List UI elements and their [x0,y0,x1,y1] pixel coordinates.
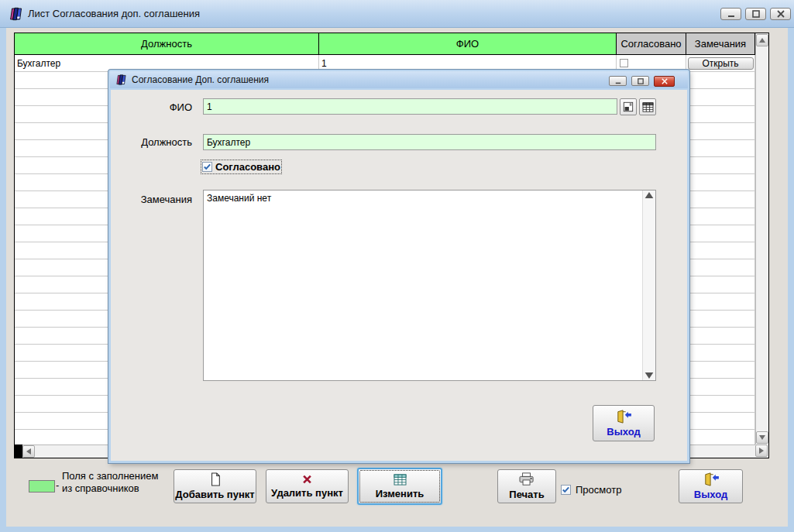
agreed-row-checkbox[interactable] [620,59,628,67]
delete-item-button[interactable]: Удалить пункт [266,469,349,503]
check-icon [562,486,570,494]
books-app-icon [8,6,23,22]
main-exit-button[interactable]: Выход [679,469,743,503]
main-window-controls [720,8,791,20]
open-remarks-button[interactable]: Открыть [688,57,754,70]
close-icon[interactable] [654,76,675,87]
maximize-icon[interactable] [745,8,766,20]
check-icon [203,163,211,171]
scroll-up-icon[interactable] [756,34,768,46]
agreed-label: Согласовано [215,161,280,173]
green-field-swatch [29,480,55,493]
main-window-title: Лист Согласования доп. соглашения [28,8,200,19]
exit-door-icon [703,472,720,486]
scroll-left-icon[interactable] [22,445,35,458]
agreed-checkbox-group[interactable]: Согласовано [202,161,280,173]
legend-dash: - [56,479,59,491]
scroll-down-icon[interactable] [644,372,654,379]
column-header-fio[interactable]: ФИО [319,33,617,55]
dialog-client-area: ФИО Должность Согласовано Замечания Заме… [111,90,687,461]
delete-item-label: Удалить пункт [271,487,343,499]
dialog-title: Согласование Доп. соглашения [132,74,269,85]
scroll-up-icon[interactable] [644,192,654,198]
card-file-icon [623,101,634,112]
remarks-text: Замечаний нет [207,193,640,204]
position-field[interactable] [203,134,656,150]
edit-button[interactable]: Изменить [357,468,442,505]
minimize-icon[interactable] [609,76,627,86]
maximize-icon[interactable] [631,76,649,86]
scroll-down-icon[interactable] [756,431,768,444]
preview-label: Просмотр [576,484,621,496]
print-button[interactable]: Печать [497,469,556,503]
main-exit-label: Выход [694,489,727,500]
dialog-exit-label: Выход [607,426,640,438]
printer-icon [518,472,535,486]
print-label: Печать [509,489,544,500]
scroll-right-icon[interactable] [755,444,768,457]
dialog-titlebar: Согласование Доп. соглашения [110,71,688,88]
dialog-window-controls [609,76,675,87]
vertical-scrollbar[interactable] [755,33,768,444]
blank-page-icon [209,472,222,486]
agreed-checkbox[interactable] [202,162,212,172]
close-icon[interactable] [770,8,791,20]
table-header-row: Должность ФИО Согласовано Замечания [15,33,755,55]
agreement-dialog: Согласование Доп. соглашения ФИО Должнос… [108,70,689,463]
application-window: Лист Согласования доп. соглашения Должно… [0,0,794,532]
scroll-split-box [15,444,22,458]
main-titlebar: Лист Согласования доп. соглашения [0,0,794,28]
fio-field[interactable] [203,98,617,115]
column-header-remarks[interactable]: Замечания [686,33,755,55]
fio-label: ФИО [111,101,192,113]
add-item-button[interactable]: Добавить пункт [174,469,256,503]
table-grid-icon [642,102,654,112]
column-header-position[interactable]: Должность [15,33,319,55]
dialog-exit-button[interactable]: Выход [593,405,655,441]
exit-door-icon [615,410,632,424]
legend-line1: Поля с заполнением [62,470,186,482]
books-app-icon [115,74,127,86]
memo-scrollbar[interactable] [642,190,655,380]
table-select-button[interactable] [639,98,656,115]
minimize-icon[interactable] [720,8,741,20]
preview-checkbox[interactable] [561,485,571,495]
add-item-label: Добавить пункт [175,489,254,500]
remarks-textarea[interactable]: Замечаний нет [203,190,656,381]
red-x-icon [301,474,313,485]
legend-line2: из справочников [62,482,186,495]
position-label: Должность [111,136,192,148]
remarks-label: Замечания [111,194,192,205]
legend-text: Поля с заполнением из справочников [62,470,186,495]
focus-rect [359,470,440,503]
lookup-button[interactable] [620,98,637,115]
cell-remarks: Открыть [686,55,755,72]
column-header-agreed[interactable]: Согласовано [617,33,686,55]
scroll-corner [755,444,768,458]
